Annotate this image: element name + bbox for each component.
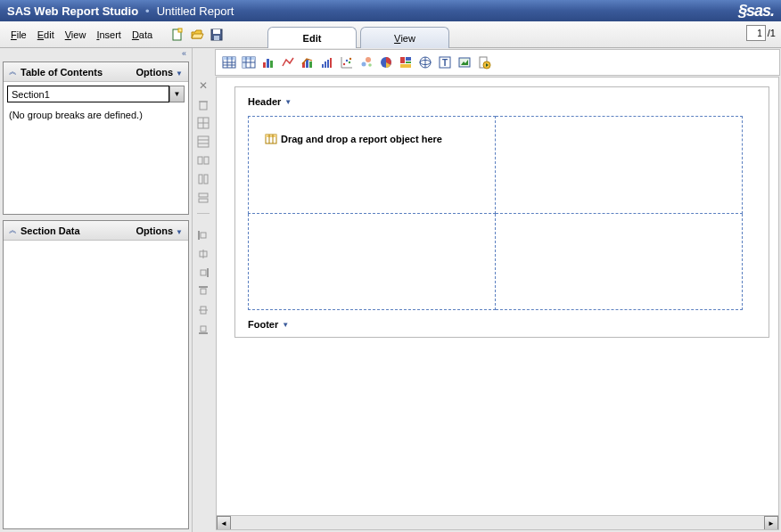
- svg-rect-32: [223, 57, 235, 60]
- progressive-bar-icon[interactable]: [319, 54, 335, 70]
- scatter-icon[interactable]: [339, 54, 355, 70]
- header-section[interactable]: Header▼: [248, 96, 756, 107]
- menu-view[interactable]: View: [60, 27, 92, 43]
- section-data-panel: ︽ Section Data Options ▼: [3, 220, 189, 529]
- geo-map-icon[interactable]: [417, 54, 433, 70]
- svg-point-57: [349, 61, 350, 63]
- svg-rect-4: [214, 36, 219, 40]
- svg-rect-15: [199, 175, 202, 184]
- title-bar: SAS Web Report Studio • Untitled Report …: [0, 0, 781, 21]
- svg-rect-52: [330, 58, 332, 68]
- bar-chart-icon[interactable]: [260, 54, 276, 70]
- line-chart-icon[interactable]: [280, 54, 296, 70]
- menu-edit[interactable]: Edit: [32, 27, 60, 43]
- align-top-icon[interactable]: [196, 284, 210, 299]
- svg-point-59: [362, 62, 366, 67]
- section-data-options-button[interactable]: Options ▼: [136, 225, 183, 236]
- svg-rect-10: [198, 136, 209, 147]
- section-select-arrow[interactable]: ▼: [169, 86, 185, 102]
- svg-rect-14: [204, 157, 209, 164]
- align-bottom-icon[interactable]: [196, 322, 210, 336]
- svg-rect-1: [178, 29, 182, 32]
- toc-body: (No group breaks are defined.): [4, 106, 188, 214]
- svg-rect-43: [263, 62, 266, 68]
- toc-options-button[interactable]: Options ▼: [136, 67, 183, 78]
- svg-rect-13: [198, 157, 202, 164]
- collapse-panel-icon[interactable]: «: [0, 48, 192, 59]
- svg-rect-3: [213, 29, 220, 34]
- merge-icon[interactable]: [196, 153, 210, 168]
- svg-rect-45: [270, 61, 273, 68]
- title-separator: •: [145, 4, 150, 18]
- svg-rect-77: [266, 135, 276, 137]
- sas-logo: §Ssassas.: [738, 2, 774, 20]
- menu-file[interactable]: File: [5, 27, 32, 43]
- svg-rect-39: [243, 57, 255, 60]
- tab-view[interactable]: View: [360, 27, 449, 48]
- pie-chart-icon[interactable]: [378, 54, 394, 70]
- svg-rect-47: [306, 60, 308, 68]
- menu-data[interactable]: Data: [127, 27, 158, 43]
- svg-rect-5: [200, 102, 207, 110]
- object-toolbar: T: [215, 49, 780, 76]
- section-data-title: Section Data: [21, 225, 136, 236]
- footer-section[interactable]: Footer▼: [248, 319, 756, 330]
- menu-bar: File Edit View Insert Data Edit View 1 /…: [0, 21, 781, 48]
- page-counter: 1 /1: [746, 25, 776, 41]
- align-left-icon[interactable]: [196, 228, 210, 242]
- svg-point-60: [366, 57, 371, 62]
- chevron-up-icon[interactable]: ︽: [9, 66, 17, 78]
- split-v-icon[interactable]: [196, 191, 210, 205]
- canvas-scroll: Header▼ Drag and drop a report object he…: [216, 77, 779, 530]
- svg-rect-49: [322, 64, 324, 68]
- bar-line-chart-icon[interactable]: [300, 54, 316, 70]
- toc-title: Table of Contents: [21, 67, 136, 78]
- new-report-icon[interactable]: [169, 26, 186, 44]
- report-title: Untitled Report: [157, 4, 234, 18]
- drop-grid[interactable]: Drag and drop a report object here: [248, 116, 743, 310]
- scroll-left-icon[interactable]: ◄: [217, 516, 231, 530]
- svg-rect-66: [400, 64, 411, 68]
- table-icon[interactable]: [196, 135, 210, 149]
- align-center-icon[interactable]: [196, 247, 210, 261]
- list-table-icon[interactable]: [221, 54, 237, 70]
- svg-rect-44: [267, 59, 269, 68]
- delete-icon[interactable]: ✕: [196, 78, 210, 93]
- chevron-up-icon[interactable]: ︽: [9, 225, 17, 236]
- tile-chart-icon[interactable]: [398, 54, 414, 70]
- svg-rect-64: [406, 57, 411, 61]
- svg-text:T: T: [442, 58, 448, 68]
- svg-rect-20: [201, 233, 206, 238]
- section-data-body: [4, 241, 188, 528]
- report-layout: Header▼ Drag and drop a report object he…: [234, 86, 769, 338]
- svg-rect-24: [201, 270, 206, 275]
- svg-rect-30: [201, 326, 206, 331]
- save-icon[interactable]: [208, 26, 226, 44]
- drop-hint: Drag and drop a report object here: [249, 117, 495, 145]
- crosstab-icon[interactable]: [241, 54, 257, 70]
- open-icon[interactable]: [188, 26, 206, 44]
- align-middle-icon[interactable]: [196, 303, 210, 317]
- grid-icon[interactable]: [196, 116, 210, 130]
- text-icon[interactable]: T: [437, 54, 453, 70]
- section-select[interactable]: Section1: [7, 86, 169, 102]
- app-name: SAS Web Report Studio: [7, 4, 138, 18]
- svg-rect-48: [309, 61, 312, 68]
- trash-icon[interactable]: [196, 97, 210, 111]
- split-h-icon[interactable]: [196, 172, 210, 186]
- scroll-right-icon[interactable]: ►: [764, 516, 778, 530]
- svg-point-58: [349, 58, 351, 60]
- bubble-icon[interactable]: [358, 54, 374, 70]
- menu-insert[interactable]: Insert: [91, 27, 127, 43]
- tab-edit[interactable]: Edit: [267, 27, 357, 48]
- align-right-icon[interactable]: [196, 266, 210, 280]
- stored-process-icon[interactable]: [476, 54, 492, 70]
- svg-rect-65: [406, 61, 411, 63]
- svg-rect-18: [199, 199, 208, 202]
- svg-rect-26: [201, 289, 206, 294]
- image-icon[interactable]: [456, 54, 473, 70]
- page-current[interactable]: 1: [746, 25, 766, 41]
- horizontal-scrollbar[interactable]: ◄ ►: [217, 515, 778, 529]
- svg-rect-50: [325, 61, 326, 68]
- page-total: /1: [768, 28, 776, 38]
